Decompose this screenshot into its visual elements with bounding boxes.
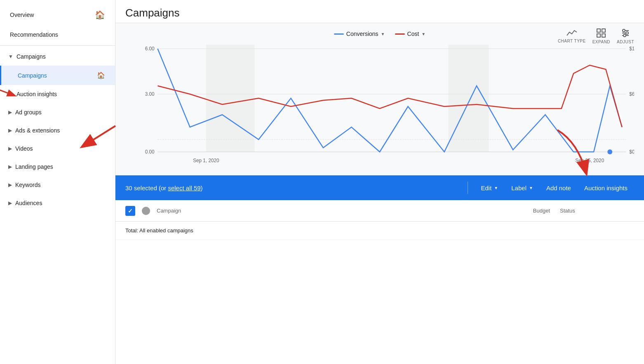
legend-label-conversions: Conversions: [346, 31, 378, 37]
select-all-link[interactable]: select all 59: [168, 184, 200, 191]
chevron-right-icon: ▶: [8, 128, 12, 133]
legend-chevron-conversions: ▼: [381, 32, 385, 36]
sidebar: Overview 🏠 Recommendations ▼ Campaigns C…: [0, 0, 115, 364]
adjust-label: ADJUST: [617, 40, 634, 44]
sidebar-item-label: Videos: [15, 145, 33, 152]
sidebar-item-label: Overview: [10, 12, 34, 18]
svg-text:$0.00: $0.00: [629, 149, 634, 155]
sidebar-item-label: Recommendations: [10, 31, 58, 38]
chevron-right-icon: ▶: [8, 109, 12, 115]
sidebar-item-videos[interactable]: ▶ Videos: [0, 139, 115, 158]
chart-area: Conversions ▼ Cost ▼ CHART TYPE: [115, 23, 644, 175]
svg-text:6.00: 6.00: [145, 46, 155, 52]
sidebar-item-label: Audiences: [15, 200, 42, 206]
svg-point-9: [623, 34, 626, 37]
svg-text:Sep 25, 2020: Sep 25, 2020: [575, 158, 604, 163]
chart-svg-container: 6.00 3.00 0.00 $1,200.00 $600.00 $0.00 S…: [125, 45, 634, 168]
chart-type-label: CHART TYPE: [558, 39, 586, 43]
sidebar-item-label: Campaigns: [18, 72, 47, 79]
table-area: ✓ Campaign Budget Status Total: All enab…: [115, 200, 644, 364]
action-bar-divider: [468, 182, 468, 194]
svg-point-7: [623, 29, 625, 32]
main-content: Campaigns Conversions ▼ Cost ▼: [115, 0, 644, 364]
sidebar-item-audiences[interactable]: ▶ Audiences: [0, 194, 115, 212]
chart-controls: Conversions ▼ Cost ▼ CHART TYPE: [125, 28, 634, 40]
edit-button[interactable]: Edit ▼: [475, 181, 505, 195]
sidebar-item-landing-pages[interactable]: ▶ Landing pages: [0, 158, 115, 176]
edit-chevron: ▼: [494, 186, 498, 190]
sidebar-item-recommendations[interactable]: Recommendations: [0, 26, 115, 44]
svg-rect-3: [602, 34, 605, 37]
svg-text:3.00: 3.00: [145, 91, 155, 97]
row-total-text: Total: All enabled campaigns: [125, 227, 634, 234]
chevron-right-icon: ▶: [8, 146, 12, 151]
select-all-checkbox[interactable]: ✓: [125, 206, 135, 216]
svg-rect-11: [448, 45, 489, 152]
chart-svg: 6.00 3.00 0.00 $1,200.00 $600.00 $0.00 S…: [125, 45, 634, 168]
sidebar-item-ads-extensions[interactable]: ▶ Ads & extensions: [0, 121, 115, 139]
legend-label-cost: Cost: [407, 31, 419, 37]
add-note-button[interactable]: Add note: [540, 181, 578, 195]
chart-tools: CHART TYPE EXPAND: [558, 28, 634, 44]
legend-line-red: [395, 33, 405, 35]
label-chevron: ▼: [529, 186, 533, 190]
expand-label: EXPAND: [592, 40, 610, 44]
svg-text:$600.00: $600.00: [629, 91, 634, 97]
table-header: ✓ Campaign Budget Status: [115, 200, 644, 222]
chart-type-tool[interactable]: CHART TYPE: [558, 28, 586, 43]
sidebar-item-auction-insights[interactable]: Auction insights: [0, 85, 115, 103]
sidebar-item-label: Landing pages: [15, 163, 53, 170]
table-row: Total: All enabled campaigns: [115, 222, 644, 240]
house-icon: 🏠: [97, 71, 105, 79]
home-icon: 🏠: [95, 10, 105, 20]
sidebar-item-label: Auction insights: [16, 91, 57, 97]
legend-cost[interactable]: Cost ▼: [390, 28, 431, 40]
label-button[interactable]: Label ▼: [505, 181, 540, 195]
sidebar-item-label: Ad groups: [15, 109, 42, 116]
sidebar-item-campaigns-group[interactable]: ▼ Campaigns: [0, 47, 115, 66]
sidebar-item-label: Keywords: [15, 182, 40, 188]
svg-point-22: [607, 149, 612, 154]
svg-text:Sep 1, 2020: Sep 1, 2020: [193, 158, 219, 163]
expand-tool[interactable]: EXPAND: [592, 28, 610, 44]
svg-text:$1,200.00: $1,200.00: [629, 46, 634, 52]
svg-rect-1: [602, 29, 605, 32]
auction-insights-button[interactable]: Auction insights: [578, 181, 634, 195]
expand-icon: [596, 28, 606, 38]
selected-count-text: 30 selected (or select all 59): [125, 184, 461, 191]
sidebar-item-campaigns[interactable]: Campaigns 🏠: [0, 66, 115, 85]
legend-line-blue: [334, 33, 344, 35]
status-dot-header: [142, 207, 150, 215]
sidebar-item-ad-groups[interactable]: ▶ Ad groups: [0, 103, 115, 121]
svg-rect-2: [597, 34, 600, 37]
adjust-icon: [620, 28, 630, 38]
page-header: Campaigns: [115, 0, 644, 23]
sidebar-item-label: Ads & extensions: [15, 127, 60, 134]
svg-rect-0: [597, 29, 600, 32]
sidebar-item-overview[interactable]: Overview 🏠: [0, 4, 115, 26]
column-header-budget: Budget: [510, 208, 560, 214]
chevron-down-icon: ▼: [8, 54, 13, 59]
sidebar-item-label: Campaigns: [16, 53, 46, 60]
column-header-campaign: Campaign: [157, 208, 510, 214]
svg-point-8: [626, 32, 628, 34]
sidebar-item-keywords[interactable]: ▶ Keywords: [0, 176, 115, 194]
chevron-right-icon: ▶: [8, 200, 12, 206]
chart-type-icon: [566, 28, 578, 37]
chevron-right-icon: ▶: [8, 182, 12, 188]
action-bar: 30 selected (or select all 59) Edit ▼ La…: [115, 175, 644, 200]
chevron-right-icon: ▶: [8, 164, 12, 170]
adjust-tool[interactable]: ADJUST: [617, 28, 634, 44]
svg-rect-10: [206, 45, 255, 152]
action-bar-wrapper: 30 selected (or select all 59) Edit ▼ La…: [115, 175, 644, 200]
svg-text:0.00: 0.00: [145, 149, 155, 155]
legend-chevron-cost: ▼: [421, 32, 425, 36]
page-title: Campaigns: [125, 7, 634, 19]
legend-conversions[interactable]: Conversions ▼: [329, 28, 390, 40]
column-header-status: Status: [560, 208, 609, 214]
